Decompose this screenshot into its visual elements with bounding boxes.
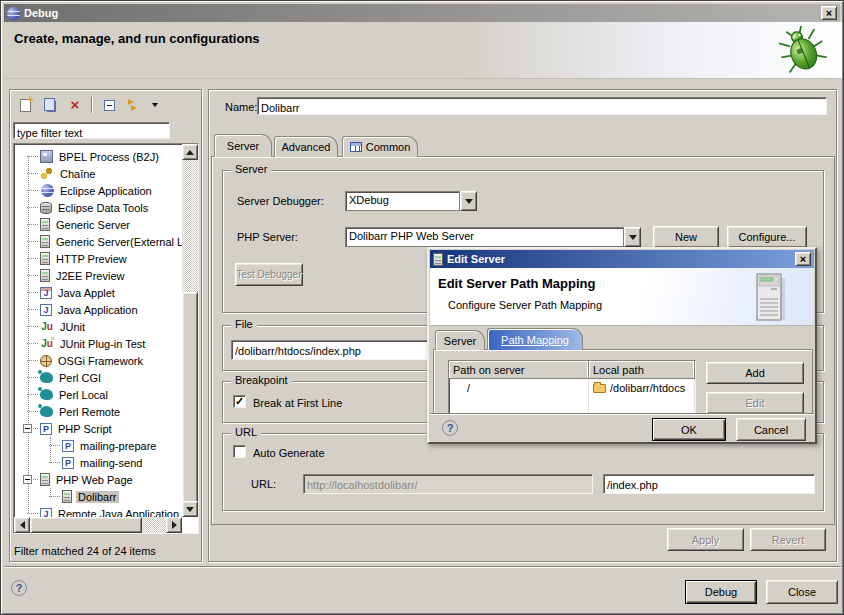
- revert-button[interactable]: Revert: [750, 528, 826, 551]
- new-configuration-icon[interactable]: [16, 96, 34, 114]
- junit-plugin-icon: »: [40, 337, 54, 350]
- php-server-label: PHP Server:: [237, 231, 298, 243]
- chain-icon: [40, 167, 54, 180]
- tree-item[interactable]: JUnit: [14, 318, 182, 335]
- tree-item[interactable]: Perl Local: [14, 386, 182, 403]
- delete-configuration-icon[interactable]: ×: [66, 96, 84, 114]
- scroll-left-icon[interactable]: [14, 517, 30, 533]
- perl-icon: [40, 406, 53, 417]
- column-header-local-path[interactable]: Local path: [589, 361, 695, 379]
- new-server-button[interactable]: New: [653, 226, 719, 248]
- server-debugger-label: Server Debugger:: [237, 195, 324, 207]
- collapse-expander-icon[interactable]: [23, 424, 32, 433]
- server-debugger-combo[interactable]: XDebug: [345, 191, 477, 211]
- tree-item[interactable]: Java Applet: [14, 284, 182, 301]
- path-mapping-table: Path on server Local path / /dolibarr/ht…: [448, 360, 696, 421]
- tree-item[interactable]: Java Application: [14, 301, 182, 318]
- window-title: Debug: [24, 7, 58, 19]
- edit-server-dialog: Edit Server × Edit Server Path Mapping C…: [427, 247, 817, 444]
- tree-item[interactable]: Chaîne: [14, 165, 182, 182]
- test-debugger-button[interactable]: Test Debugger: [235, 263, 303, 286]
- filter-input[interactable]: [14, 126, 169, 141]
- edit-mapping-button[interactable]: Edit: [706, 392, 804, 414]
- dialog-help-button[interactable]: ?: [442, 420, 458, 436]
- dialog-titlebar[interactable]: Edit Server ×: [430, 250, 814, 268]
- server-icon: [40, 235, 50, 248]
- cancel-button[interactable]: Cancel: [736, 418, 806, 441]
- tree-item[interactable]: mailing-send: [14, 454, 182, 471]
- table-header-row: Path on server Local path: [449, 361, 695, 379]
- break-first-line-checkbox[interactable]: [233, 395, 246, 408]
- tab-common[interactable]: Common: [342, 136, 418, 157]
- dialog-heading: Edit Server Path Mapping: [438, 276, 595, 291]
- window-titlebar[interactable]: Debug ×: [4, 4, 840, 22]
- vscroll-thumb[interactable]: [182, 292, 198, 503]
- column-header-path-on-server[interactable]: Path on server: [449, 361, 589, 379]
- tree-item[interactable]: »JUnit Plug-in Test: [14, 335, 182, 352]
- base-url-input[interactable]: [304, 476, 592, 494]
- window-close-button[interactable]: ×: [821, 6, 837, 20]
- tree-item[interactable]: J2EE Preview: [14, 267, 182, 284]
- dialog-close-button[interactable]: ×: [795, 252, 811, 266]
- dialog-tab-server[interactable]: Server: [435, 330, 485, 350]
- ok-button[interactable]: OK: [652, 418, 726, 441]
- server-debugger-value: XDebug: [345, 191, 460, 211]
- tree-item[interactable]: PHP Script: [14, 420, 182, 437]
- dialog-title: Edit Server: [447, 253, 505, 265]
- tree-hscrollbar[interactable]: [14, 517, 182, 533]
- table-row[interactable]: / /dolibarr/htdocs: [449, 379, 695, 397]
- server-group-title: Server: [231, 163, 271, 175]
- tree-vscrollbar[interactable]: [182, 144, 198, 517]
- tree-item[interactable]: Generic Server(External La: [14, 233, 182, 250]
- tree-item[interactable]: mailing-prepare: [14, 437, 182, 454]
- tree-item[interactable]: Generic Server: [14, 216, 182, 233]
- combo-dropdown-icon[interactable]: [460, 191, 477, 211]
- php-server-combo[interactable]: Dolibarr PHP Web Server: [345, 227, 641, 247]
- hscroll-thumb[interactable]: [30, 517, 142, 533]
- configure-server-button[interactable]: Configure...: [727, 226, 807, 248]
- tree-item[interactable]: PHP Web Page: [14, 471, 182, 488]
- duplicate-configuration-icon[interactable]: [41, 96, 59, 114]
- php-web-page-icon: [40, 473, 50, 486]
- url-path-input[interactable]: [604, 476, 814, 494]
- collapse-all-icon[interactable]: [100, 96, 118, 114]
- scroll-up-icon[interactable]: [182, 144, 198, 160]
- filter-configurations-icon[interactable]: [125, 96, 143, 114]
- tree-item[interactable]: Perl Remote: [14, 403, 182, 420]
- tab-server[interactable]: Server: [214, 134, 272, 157]
- name-input[interactable]: [258, 100, 826, 116]
- php-web-page-icon: [62, 490, 72, 503]
- tree-item[interactable]: BPEL Process (B2J): [14, 148, 182, 165]
- tree-item[interactable]: Perl CGI: [14, 369, 182, 386]
- toolbar-separator: [91, 97, 93, 113]
- scroll-right-icon[interactable]: [166, 517, 182, 533]
- cell-server-path[interactable]: /: [449, 379, 589, 397]
- tab-advanced[interactable]: Advanced: [274, 136, 338, 157]
- osgi-framework-icon: [40, 355, 52, 367]
- url-label: URL:: [251, 478, 276, 490]
- tree-item[interactable]: HTTP Preview: [14, 250, 182, 267]
- tree-item-selected[interactable]: Dolibarr: [14, 488, 182, 505]
- php-script-icon: [40, 423, 52, 435]
- server-icon: [40, 269, 50, 282]
- add-mapping-button[interactable]: Add: [706, 362, 804, 384]
- page-title: Create, manage, and run configurations: [14, 31, 260, 46]
- tree-item[interactable]: Eclipse Data Tools: [14, 199, 182, 216]
- combo-dropdown-icon[interactable]: [624, 227, 641, 247]
- filter-menu-arrow-icon[interactable]: [150, 96, 160, 114]
- tree-item[interactable]: Eclipse Application: [14, 182, 182, 199]
- server-tower-icon: [752, 272, 788, 324]
- close-button[interactable]: Close: [766, 580, 838, 604]
- configurations-sidebar: × BPEL Process (B2J) Chaîne Eclipse Appl…: [9, 89, 202, 562]
- filter-status: Filter matched 24 of 24 items: [14, 545, 156, 557]
- auto-generate-checkbox[interactable]: [233, 445, 246, 458]
- scroll-down-icon[interactable]: [182, 501, 198, 517]
- debug-bug-icon: [777, 26, 829, 76]
- help-button[interactable]: ?: [11, 580, 27, 596]
- dialog-tab-path-mapping[interactable]: Path Mapping: [487, 328, 583, 350]
- debug-button[interactable]: Debug: [685, 580, 757, 604]
- collapse-expander-icon[interactable]: [23, 475, 32, 484]
- cell-local-path[interactable]: /dolibarr/htdocs: [589, 379, 695, 397]
- tree-item[interactable]: OSGi Framework: [14, 352, 182, 369]
- apply-button[interactable]: Apply: [667, 528, 744, 551]
